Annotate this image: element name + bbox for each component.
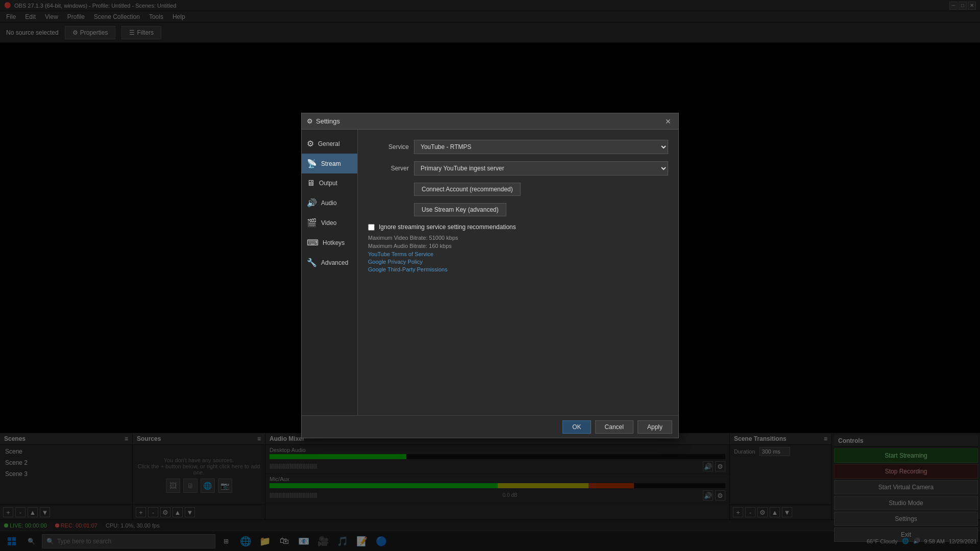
connect-account-button[interactable]: Connect Account (recommended)	[414, 183, 521, 196]
video-nav-icon: 🎬	[307, 218, 317, 228]
modal-overlay: ⚙ Settings ✕ ⚙ General 📡 Stream 🖥 Output	[0, 0, 980, 551]
nav-general[interactable]: ⚙ General	[302, 134, 357, 154]
modal-title-bar: ⚙ Settings ✕	[302, 113, 678, 130]
service-select[interactable]: YouTube - RTMPS	[414, 140, 668, 154]
server-label: Server	[368, 165, 409, 172]
nav-audio[interactable]: 🔊 Audio	[302, 193, 357, 213]
modal-footer: OK Cancel Apply	[302, 415, 678, 438]
ignore-checkbox-label: Ignore streaming service setting recomme…	[379, 223, 516, 231]
nav-video[interactable]: 🎬 Video	[302, 213, 357, 233]
server-control: Primary YouTube ingest server	[414, 161, 668, 176]
modal-sidebar: ⚙ General 📡 Stream 🖥 Output 🔊 Audio 🎬	[302, 130, 358, 415]
permissions-link[interactable]: Google Third-Party Permissions	[368, 266, 668, 272]
nav-output[interactable]: 🖥 Output	[302, 173, 357, 193]
stream-key-row: Use Stream Key (advanced)	[368, 203, 668, 216]
server-row: Server Primary YouTube ingest server	[368, 161, 668, 176]
nav-hotkeys[interactable]: ⌨ Hotkeys	[302, 233, 357, 253]
advanced-nav-icon: 🔧	[307, 258, 317, 267]
ignore-checkbox[interactable]	[368, 224, 375, 231]
stream-nav-icon: 📡	[307, 159, 317, 168]
ignore-checkbox-row: Ignore streaming service setting recomme…	[368, 223, 668, 231]
settings-gear-icon: ⚙	[307, 117, 313, 125]
server-select[interactable]: Primary YouTube ingest server	[414, 161, 668, 176]
tos-link[interactable]: YouTube Terms of Service	[368, 251, 668, 257]
ok-button[interactable]: OK	[562, 420, 591, 434]
service-label: Service	[368, 143, 409, 151]
privacy-link[interactable]: Google Privacy Policy	[368, 259, 668, 265]
modal-title: Settings	[316, 117, 340, 125]
nav-advanced[interactable]: 🔧 Advanced	[302, 253, 357, 272]
connect-account-row: Connect Account (recommended)	[368, 183, 668, 196]
apply-button[interactable]: Apply	[638, 420, 672, 434]
modal-content: Service YouTube - RTMPS Server Primary Y…	[358, 130, 678, 415]
cancel-button[interactable]: Cancel	[595, 420, 633, 434]
service-row: Service YouTube - RTMPS	[368, 140, 668, 154]
max-audio-bitrate-text: Maximum Audio Bitrate: 160 kbps	[368, 243, 668, 249]
use-stream-key-button[interactable]: Use Stream Key (advanced)	[414, 203, 506, 216]
audio-nav-icon: 🔊	[307, 198, 317, 208]
general-nav-icon: ⚙	[307, 139, 314, 148]
service-control: YouTube - RTMPS	[414, 140, 668, 154]
modal-title-bar-left: ⚙ Settings	[307, 117, 340, 125]
modal-close-button[interactable]: ✕	[663, 116, 673, 127]
max-video-bitrate-text: Maximum Video Bitrate: 51000 kbps	[368, 235, 668, 241]
hotkeys-nav-icon: ⌨	[307, 238, 318, 247]
modal-body: ⚙ General 📡 Stream 🖥 Output 🔊 Audio 🎬	[302, 130, 678, 415]
output-nav-icon: 🖥	[307, 179, 315, 188]
settings-modal: ⚙ Settings ✕ ⚙ General 📡 Stream 🖥 Output	[301, 113, 679, 438]
nav-stream[interactable]: 📡 Stream	[302, 154, 357, 173]
